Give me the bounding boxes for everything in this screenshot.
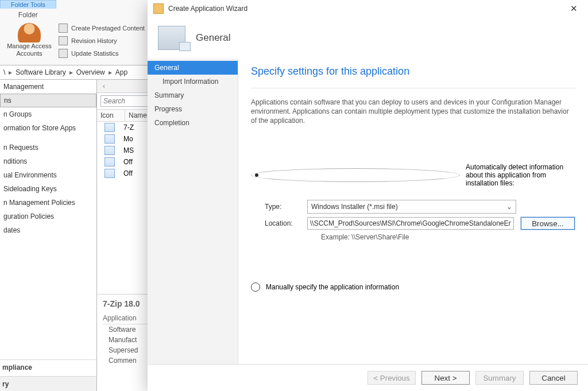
step-summary[interactable]: Summary	[148, 88, 238, 102]
wizard-step-name: General	[196, 32, 230, 44]
revision-history-button[interactable]: Revision History	[59, 36, 145, 45]
step-progress[interactable]: Progress	[148, 102, 238, 116]
workspace-library[interactable]: ry	[0, 377, 96, 391]
location-example: Example: \\Server\Share\File	[321, 233, 575, 241]
wizard-titlebar[interactable]: Create Application Wizard ✕	[148, 0, 588, 17]
wizard-steps: General Import Information Summary Progr…	[148, 59, 238, 364]
previous-button: < Previous	[368, 371, 416, 385]
location-input[interactable]	[307, 217, 514, 230]
nav-tree: Management ns n Groups ormation for Stor…	[0, 80, 97, 391]
computer-icon	[158, 26, 185, 50]
step-completion[interactable]: Completion	[148, 116, 238, 130]
nav-item[interactable]: n Management Policies	[0, 196, 96, 210]
collapse-left-icon[interactable]: ‹	[97, 82, 111, 90]
option-auto-detect[interactable]: Automatically detect information about t…	[251, 163, 575, 187]
nav-item[interactable]: guration Policies	[0, 210, 96, 223]
package-icon	[59, 24, 68, 33]
radio-selected-icon[interactable]	[251, 168, 460, 182]
breadcrumb-item[interactable]: App	[115, 68, 127, 76]
breadcrumb-item[interactable]: Software Library	[16, 68, 65, 76]
wizard-title-text: Create Application Wizard	[168, 5, 247, 13]
step-general[interactable]: General	[148, 61, 238, 75]
ribbon-context-tab[interactable]: Folder Tools	[0, 0, 56, 9]
app-icon	[105, 146, 115, 155]
location-label: Location:	[265, 219, 307, 227]
radio-unselected-icon[interactable]	[251, 282, 260, 292]
browse-button[interactable]: Browse...	[521, 217, 575, 230]
option-auto-label: Automatically detect information about t…	[466, 163, 575, 187]
history-icon	[59, 36, 68, 45]
nav-item[interactable]: Sideloading Keys	[0, 182, 96, 196]
app-icon	[105, 123, 115, 132]
app-icon	[105, 157, 115, 167]
nav-item[interactable]: dates	[0, 223, 96, 237]
stats-icon	[59, 49, 68, 58]
create-application-wizard: Create Application Wizard ✕ General Gene…	[148, 0, 588, 391]
option-manual-label: Manually specify the application informa…	[266, 283, 399, 291]
app-icon	[105, 169, 115, 178]
user-accounts-icon	[18, 23, 41, 42]
nav-item[interactable]: ns	[0, 94, 96, 107]
nav-item[interactable]: ormation for Store Apps	[0, 121, 96, 135]
page-heading: Specify settings for this application	[251, 65, 575, 78]
manage-access-accounts-button[interactable]: Manage Access Accounts	[3, 21, 55, 57]
nav-item[interactable]: n Requests	[0, 141, 96, 154]
create-prestaged-content-button[interactable]: Create Prestaged Content	[59, 24, 145, 33]
update-statistics-button[interactable]: Update Statistics	[59, 49, 145, 58]
type-value: Windows Installer (*.msi file)	[311, 203, 398, 211]
nav-item[interactable]: n Groups	[0, 107, 96, 121]
cancel-button[interactable]: Cancel	[529, 371, 578, 385]
nav-item[interactable]: Management	[0, 80, 96, 94]
option-manual[interactable]: Manually specify the application informa…	[251, 282, 575, 292]
close-button[interactable]: ✕	[564, 2, 583, 15]
wizard-icon	[153, 3, 164, 14]
type-dropdown[interactable]: Windows Installer (*.msi file) ⌄	[307, 200, 516, 214]
breadcrumb-item[interactable]: Overview	[76, 68, 105, 76]
chevron-down-icon: ⌄	[506, 203, 512, 211]
wizard-footer: < Previous Next > Summary Cancel	[148, 364, 588, 391]
wizard-header: General	[148, 17, 588, 59]
intro-text: Applications contain software that you c…	[251, 98, 575, 125]
nav-item[interactable]: nditions	[0, 154, 96, 168]
divider	[251, 88, 575, 88]
nav-item[interactable]: ual Environments	[0, 168, 96, 182]
ribbon-tab-folder[interactable]: Folder	[0, 9, 56, 20]
breadcrumb-root[interactable]: \	[3, 68, 5, 76]
type-label: Type:	[265, 203, 307, 211]
app-icon	[105, 134, 115, 144]
workspace-compliance[interactable]: mpliance	[0, 360, 96, 375]
step-import-information[interactable]: Import Information	[148, 75, 238, 88]
next-button[interactable]: Next >	[421, 371, 470, 385]
summary-button: Summary	[475, 371, 524, 385]
